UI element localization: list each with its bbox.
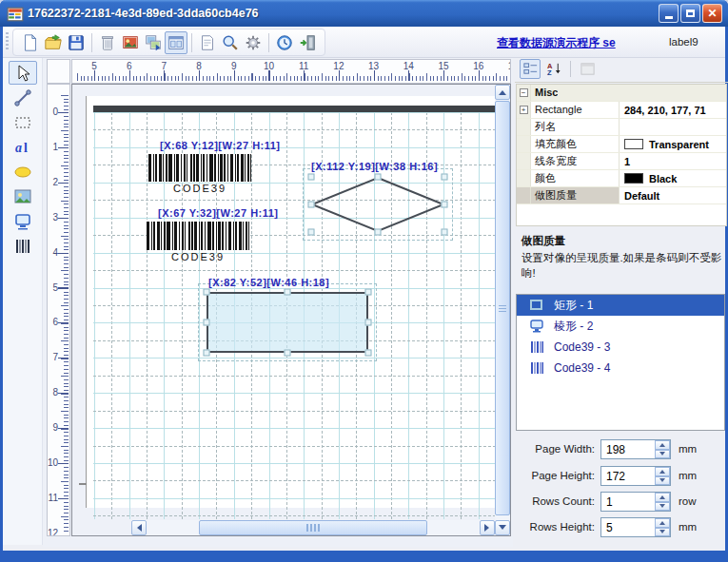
spin-up-icon[interactable] <box>655 467 670 476</box>
diamond-object[interactable]: [X:112 Y:19][W:38 H:16] <box>311 177 444 232</box>
selection-handle[interactable] <box>285 289 291 296</box>
delete-icon[interactable] <box>96 31 119 54</box>
rows-count-spinner[interactable] <box>655 493 670 511</box>
rectangle-object[interactable]: [X:82 Y:52][W:46 H:18] <box>207 292 368 353</box>
spin-up-icon[interactable] <box>655 440 670 450</box>
list-item-rectangle-1[interactable]: 矩形 - 1 <box>517 295 724 316</box>
page-width-spinner[interactable] <box>655 440 670 458</box>
image-icon[interactable] <box>119 31 142 54</box>
list-item-code39-3[interactable]: Code39 - 3 <box>517 337 724 358</box>
property-category-row[interactable]: − Misc <box>517 85 726 102</box>
text-tool-icon[interactable]: al <box>9 135 37 159</box>
collapse-icon[interactable]: − <box>520 88 528 97</box>
spin-up-icon[interactable] <box>655 493 670 502</box>
property-row-color[interactable]: 颜色 Black <box>517 170 726 187</box>
property-row-render-quality[interactable]: 做图质量 Default <box>517 187 726 204</box>
title-bar[interactable]: 17622372-2181-4e3d-89ed-3dda60cb4e76 ✕ <box>0 0 728 27</box>
properties-panel-icon[interactable] <box>165 31 187 54</box>
image-tool-icon[interactable] <box>9 184 37 208</box>
spin-down-icon[interactable] <box>655 450 670 459</box>
maximize-button[interactable] <box>680 4 700 23</box>
exit-icon[interactable] <box>296 31 319 54</box>
diamond-shape[interactable] <box>311 177 444 232</box>
horizontal-scrollbar[interactable] <box>131 520 495 535</box>
page-height-spinner[interactable] <box>655 467 670 485</box>
selection-handle[interactable] <box>375 229 382 236</box>
settings-icon[interactable] <box>242 31 265 54</box>
selection-handle[interactable] <box>204 289 210 296</box>
page-width-input[interactable] <box>600 439 671 459</box>
barcode-object-1[interactable]: [X:68 Y:12][W:27 H:11] CODE39 <box>148 154 251 194</box>
selection-handle[interactable] <box>285 350 291 357</box>
ruler-number: 13 <box>368 61 379 71</box>
selection-handle[interactable] <box>204 350 210 357</box>
rows-height-input[interactable] <box>600 517 671 537</box>
spin-down-icon[interactable] <box>655 502 670 512</box>
selection-handle[interactable] <box>308 174 315 181</box>
barcode-bars[interactable] <box>147 222 249 250</box>
panel-divider <box>515 82 728 83</box>
scroll-right-button[interactable] <box>480 520 495 535</box>
scroll-left-button[interactable] <box>131 520 147 535</box>
rows-height-value[interactable] <box>601 518 653 536</box>
property-row-rectangle[interactable]: + Rectangle 284, 210, 177, 71 <box>517 102 726 119</box>
save-icon[interactable] <box>65 31 88 54</box>
barcode-object-2[interactable]: [X:67 Y:32][W:27 H:11] CODE39 <box>147 222 249 262</box>
tool-palette: al <box>3 58 43 545</box>
toolbar-grip[interactable] <box>6 32 9 51</box>
design-viewport[interactable]: [X:68 Y:12][W:27 H:11] CODE39 [X:67 Y:32… <box>71 84 511 536</box>
alphabetical-sort-icon[interactable]: AZ <box>543 59 564 79</box>
page-width-value[interactable] <box>601 440 653 458</box>
selection-handle[interactable] <box>442 229 448 236</box>
vertical-scrollbar[interactable] <box>495 85 510 535</box>
spin-down-icon[interactable] <box>655 528 670 537</box>
ellipse-tool-icon[interactable] <box>9 160 37 184</box>
ruler-number: 2 <box>48 177 58 187</box>
property-row-line-width[interactable]: 线条宽度 1 <box>517 153 726 170</box>
pointer-tool-icon[interactable] <box>9 61 37 85</box>
selection-handle[interactable] <box>375 174 382 181</box>
categorized-icon[interactable] <box>520 59 541 79</box>
new-document-icon[interactable] <box>19 31 42 54</box>
rows-count-value[interactable] <box>601 493 653 511</box>
rectangle-shape[interactable] <box>207 292 368 353</box>
rows-height-spinner[interactable] <box>655 518 670 536</box>
scroll-up-button[interactable] <box>495 85 510 100</box>
clock-about-icon[interactable] <box>273 31 296 54</box>
line-tool-icon[interactable] <box>9 86 37 109</box>
zoom-icon[interactable] <box>219 31 242 54</box>
spin-down-icon[interactable] <box>655 476 670 486</box>
list-item-diamond-2[interactable]: 棱形 - 2 <box>517 316 724 337</box>
spin-up-icon[interactable] <box>655 518 670 528</box>
list-item-code39-4[interactable]: Code39 - 4 <box>517 358 724 378</box>
minimize-button[interactable] <box>659 4 679 23</box>
vertical-scroll-thumb[interactable] <box>495 101 510 515</box>
open-folder-icon[interactable] <box>42 31 65 54</box>
ruler-number: 11 <box>299 61 308 71</box>
shape-tool-icon[interactable] <box>9 209 37 233</box>
selection-handle[interactable] <box>442 202 448 208</box>
horizontal-scroll-thumb[interactable] <box>199 520 427 535</box>
selection-handle[interactable] <box>204 320 210 326</box>
copy-image-icon[interactable] <box>142 31 165 54</box>
selection-handle[interactable] <box>308 229 315 236</box>
rectangle-tool-icon[interactable] <box>9 110 37 134</box>
rows-count-input[interactable] <box>600 492 671 512</box>
page-height-value[interactable] <box>601 467 653 485</box>
ruler-number: 5 <box>48 282 58 293</box>
scroll-down-button[interactable] <box>495 520 510 535</box>
selection-handle[interactable] <box>308 202 315 208</box>
property-row-column-name[interactable]: 列名 <box>517 119 726 136</box>
barcode-tool-icon[interactable] <box>9 234 37 258</box>
selection-handle[interactable] <box>365 320 372 326</box>
expand-icon[interactable]: + <box>520 106 528 114</box>
barcode-bars[interactable] <box>148 154 251 182</box>
property-row-fill-color[interactable]: 填充颜色 Transparent <box>517 136 726 153</box>
page-height-input[interactable] <box>600 466 671 486</box>
datasource-demo-link[interactable]: 查看数据源演示程序 se <box>497 35 616 51</box>
page-preview-icon[interactable] <box>196 31 219 54</box>
selection-handle[interactable] <box>365 350 372 357</box>
close-button[interactable]: ✕ <box>702 4 722 23</box>
selection-handle[interactable] <box>442 174 448 181</box>
selection-handle[interactable] <box>365 289 372 296</box>
